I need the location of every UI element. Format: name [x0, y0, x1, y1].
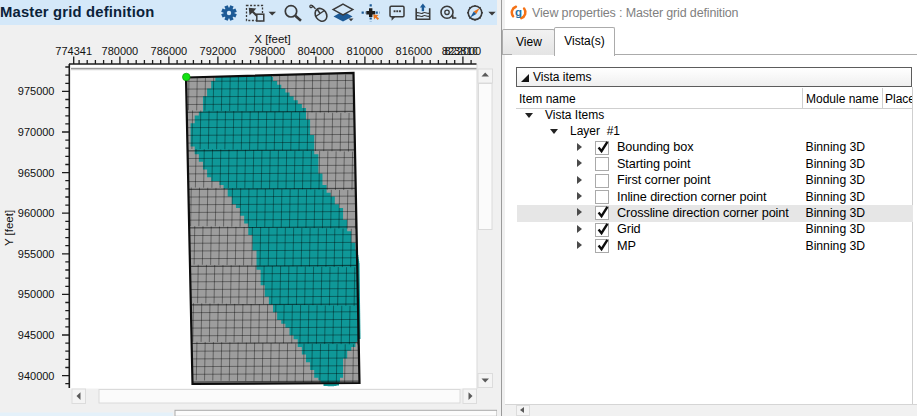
svg-text:945000: 945000 — [18, 329, 55, 341]
svg-text:940000: 940000 — [18, 370, 55, 382]
svg-text:X [feet]: X [feet] — [254, 33, 290, 45]
svg-text:955000: 955000 — [18, 248, 55, 260]
svg-text:786000: 786000 — [151, 45, 188, 57]
svg-text:965000: 965000 — [18, 167, 55, 179]
svg-text:816000: 816000 — [396, 45, 433, 57]
svg-text:g: g — [515, 6, 522, 18]
svg-text:780000: 780000 — [102, 45, 139, 57]
svg-text:960000: 960000 — [18, 207, 55, 219]
svg-text:950000: 950000 — [18, 288, 55, 300]
svg-text:798000: 798000 — [249, 45, 286, 57]
svg-text:Y [feet]: Y [feet] — [3, 210, 15, 246]
svg-text:810000: 810000 — [347, 45, 384, 57]
svg-text:804000: 804000 — [298, 45, 335, 57]
svg-text:792000: 792000 — [200, 45, 237, 57]
svg-text:975000: 975000 — [18, 85, 55, 97]
svg-text:823810: 823810 — [442, 45, 479, 57]
svg-text:970000: 970000 — [18, 126, 55, 138]
svg-text:774341: 774341 — [55, 45, 92, 57]
